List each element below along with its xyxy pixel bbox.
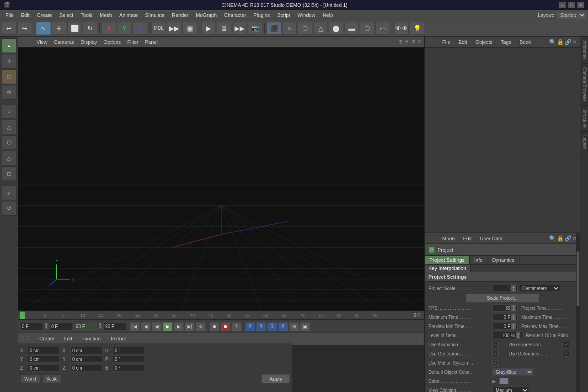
rp-search-icon[interactable]: 🔍: [549, 39, 556, 45]
attr-mode-btn[interactable]: Mode: [439, 235, 458, 242]
attr-scroll-thumb[interactable]: [577, 251, 579, 306]
current-frame-input[interactable]: [20, 323, 43, 331]
menu-edit[interactable]: Edit: [17, 11, 33, 19]
bottom-function-btn[interactable]: Function: [79, 335, 103, 342]
view-clipping-select[interactable]: Medium Small Large: [492, 387, 529, 392]
menu-select[interactable]: Select: [56, 11, 77, 19]
attr-userdata-btn[interactable]: User Data: [477, 235, 506, 242]
lod-spinner[interactable]: 100 % ▲ ▼: [492, 332, 522, 339]
record-all-btn[interactable]: ⏺: [220, 322, 230, 331]
bottom-texture-btn[interactable]: Texture: [107, 335, 129, 342]
sidebar-motion-btn[interactable]: △: [2, 120, 16, 134]
param-key-btn[interactable]: P: [278, 322, 288, 331]
sidebar-poly-btn[interactable]: ⬡: [2, 135, 16, 150]
unit-select[interactable]: Centimeters Meters Inches: [519, 285, 560, 292]
rp-close-icon[interactable]: ✕: [572, 39, 577, 45]
z-pos-input[interactable]: [28, 364, 60, 371]
loop-btn[interactable]: ↻: [196, 322, 206, 331]
sphere-button[interactable]: ○: [282, 22, 297, 35]
sidebar-bp-2d-btn[interactable]: □: [2, 69, 16, 84]
redo-button[interactable]: ↪: [17, 22, 32, 35]
menu-file[interactable]: File: [2, 11, 17, 19]
next-key-btn[interactable]: ▶: [174, 322, 184, 331]
grid-btn[interactable]: ⊞: [289, 322, 299, 331]
scale-project-button[interactable]: Scale Project...: [466, 294, 539, 302]
cube-button[interactable]: ⬛: [267, 22, 281, 35]
use-deformers-check[interactable]: ✓: [564, 351, 569, 356]
render-all-button[interactable]: ▶▶: [232, 22, 247, 35]
end-frame-up-btn[interactable]: ▲: [99, 323, 102, 326]
sidebar-spline-btn[interactable]: △: [2, 151, 16, 165]
tab-info[interactable]: Info: [470, 256, 487, 264]
go-start-btn[interactable]: |◀: [130, 322, 140, 331]
color-swatch[interactable]: [499, 378, 508, 384]
fps-spinner[interactable]: 30 ▲ ▼: [492, 304, 518, 312]
menu-simulate[interactable]: Simulate: [141, 11, 168, 19]
vp-view-btn[interactable]: View: [34, 39, 50, 45]
y-axis-button[interactable]: Y: [117, 22, 132, 35]
render-picture-button[interactable]: 📷: [248, 22, 262, 35]
menu-tools[interactable]: Tools: [77, 11, 96, 19]
vtab-attributes[interactable]: Attributes: [580, 37, 588, 64]
z-axis-button[interactable]: Z: [133, 22, 147, 35]
attr-lock-icon[interactable]: 🔒: [557, 235, 564, 242]
vp-expand-icon[interactable]: ⊞: [398, 39, 402, 45]
viewport-3d[interactable]: Perspective: [18, 48, 424, 311]
z-scale-input[interactable]: [70, 364, 102, 371]
vp-panel-btn[interactable]: Panel: [142, 39, 160, 45]
plane-button[interactable]: ▬: [344, 22, 359, 35]
attr-scrollbar[interactable]: [576, 233, 580, 392]
end-frame-input[interactable]: [74, 323, 97, 331]
rp-file-btn[interactable]: File: [439, 39, 453, 45]
frame-up-btn[interactable]: ▲: [45, 323, 48, 326]
sidebar-bp-3d-btn[interactable]: ⊗: [2, 85, 16, 100]
preview-min-spinner[interactable]: 0 F ▲ ▼: [492, 323, 518, 330]
auto-key-btn[interactable]: ?: [231, 322, 241, 331]
vtab-layers[interactable]: Layers: [580, 132, 588, 153]
bottom-create-btn[interactable]: Create: [37, 335, 57, 342]
vp-layout-icon[interactable]: ▼: [404, 39, 409, 45]
maximize-button[interactable]: □: [568, 2, 575, 8]
y-scale-input[interactable]: [70, 355, 102, 363]
rot-key-btn[interactable]: R: [256, 322, 266, 331]
menu-mesh[interactable]: Mesh: [96, 11, 116, 19]
cone-button[interactable]: △: [313, 22, 328, 35]
move-tool-button[interactable]: ✛: [52, 22, 66, 35]
scale-button[interactable]: Scale: [42, 374, 62, 383]
render-small-button[interactable]: ▶: [201, 22, 216, 35]
menu-animate[interactable]: Animate: [116, 11, 141, 19]
menu-mograph[interactable]: MoGraph: [192, 11, 220, 19]
rp-link-icon[interactable]: 🔗: [565, 39, 572, 45]
min-time-spinner[interactable]: 0 F ▲ ▼: [492, 313, 518, 321]
use-motion-check[interactable]: ✓: [492, 360, 498, 366]
x-scale-input[interactable]: [70, 347, 102, 354]
attr-edit-btn[interactable]: Edit: [460, 235, 475, 242]
pos-key-btn[interactable]: P: [245, 322, 255, 331]
vp-settings-icon[interactable]: ⚙: [411, 39, 416, 45]
tab-project-settings[interactable]: Project Settings: [425, 256, 470, 264]
menu-help[interactable]: Help: [319, 11, 337, 19]
x-axis-button[interactable]: X: [102, 22, 116, 35]
vtab-content-browser[interactable]: Content Browser: [580, 64, 588, 105]
rp-lock-icon[interactable]: 🔒: [557, 39, 564, 45]
close-button[interactable]: ✕: [577, 2, 584, 8]
y-pos-input[interactable]: [28, 355, 60, 363]
rp-tags-btn[interactable]: Tags: [498, 39, 514, 45]
light-button[interactable]: 💡: [410, 22, 424, 35]
model-mode-button[interactable]: MDL: [151, 22, 166, 35]
layout-dropdown[interactable]: Startup: [556, 11, 586, 19]
frame-down-btn[interactable]: ▼: [45, 326, 48, 329]
rp-edit-btn[interactable]: Edit: [456, 39, 470, 45]
sidebar-magnet-btn[interactable]: ↺: [2, 201, 16, 216]
menu-character[interactable]: Character: [220, 11, 250, 19]
rp-objects-btn[interactable]: Objects: [473, 39, 495, 45]
record-btn[interactable]: ▣: [182, 22, 197, 35]
play-back-btn[interactable]: ◀: [152, 322, 162, 331]
menu-script[interactable]: Script: [273, 11, 294, 19]
sidebar-texture-btn[interactable]: ✛: [2, 54, 16, 69]
timeline-playhead[interactable]: [20, 312, 25, 319]
default-color-select[interactable]: Gray-Blue: [492, 368, 534, 376]
bottom-edit-btn[interactable]: Edit: [61, 335, 75, 342]
apply-button[interactable]: Apply: [262, 374, 290, 383]
vtab-structure[interactable]: Structure: [580, 106, 588, 132]
